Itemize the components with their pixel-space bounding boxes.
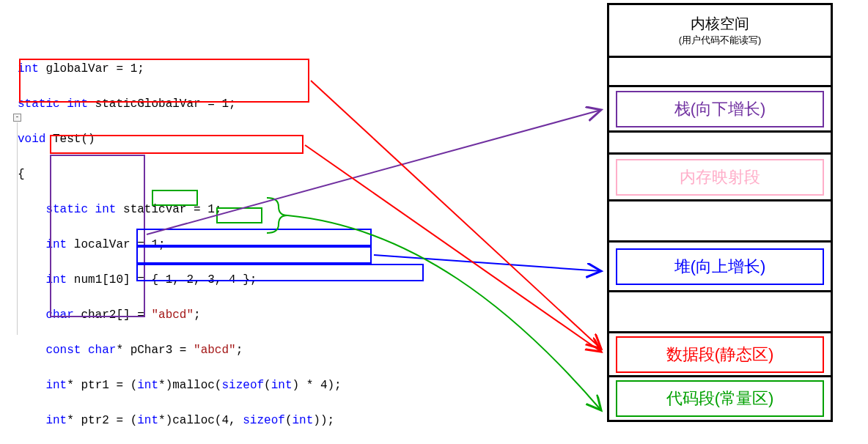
mem-heap-label: 堆(向上增长) <box>616 248 824 285</box>
mem-gap <box>609 201 831 243</box>
code-text: globalVar = 1; <box>39 62 144 75</box>
code-text: * ptr1 = ( <box>67 379 137 392</box>
code-kw: void <box>18 133 45 146</box>
mem-gap <box>609 292 831 333</box>
code-kw: char <box>45 308 73 322</box>
mem-stack: 栈(向下增长) <box>609 87 831 133</box>
code-text: )); <box>313 414 334 427</box>
code-kw: sizeof <box>243 414 285 427</box>
code-kw: int <box>292 414 313 427</box>
code-text: char2[] = <box>74 308 152 322</box>
code-text: num1[10] = { 1, 2, 3, 4 }; <box>67 273 257 286</box>
mem-heap: 堆(向上增长) <box>609 243 831 292</box>
code-text: ; <box>236 344 243 357</box>
code-text: staticVar = 1; <box>116 203 221 216</box>
code-text: { <box>18 168 25 181</box>
code-str: "abcd" <box>151 308 194 322</box>
code-text: * ptr2 = ( <box>67 414 137 427</box>
code-kw: int <box>271 379 293 392</box>
code-text: ) * 4); <box>293 379 342 392</box>
arrow-heap <box>374 255 601 271</box>
mem-stack-label: 栈(向下增长) <box>616 91 824 127</box>
code-text: * pChar3 = <box>116 344 194 357</box>
code-kw: int <box>45 379 67 392</box>
code-block: int globalVar = 1; static int staticGlob… <box>18 42 391 444</box>
code-kw: int <box>45 414 67 427</box>
code-text: ( <box>264 379 271 392</box>
code-str: "abcd" <box>194 344 236 357</box>
code-text: staticGlobalVar = 1; <box>88 97 236 111</box>
code-kw: int <box>137 379 158 392</box>
code-text: ; <box>194 308 201 322</box>
mem-code: 代码段(常量区) <box>609 377 831 420</box>
code-kw: int <box>45 238 67 251</box>
mem-data-label: 数据段(静态区) <box>616 336 824 373</box>
kernel-sub: (用户代码不能读写) <box>679 34 762 47</box>
mem-gap <box>609 58 831 87</box>
mem-code-label: 代码段(常量区) <box>616 380 824 417</box>
mem-gap <box>609 133 831 155</box>
code-kw: const char <box>45 344 116 357</box>
code-text: *)malloc( <box>158 379 221 392</box>
code-kw: int <box>137 414 158 427</box>
code-kw: sizeof <box>221 379 264 392</box>
mem-kernel: 内核空间 (用户代码不能读写) <box>609 5 831 58</box>
code-text: *)calloc(4, <box>158 414 243 427</box>
kernel-title: 内核空间 <box>691 14 749 34</box>
code-text: localVar = 1; <box>67 238 165 251</box>
code-kw: static int <box>45 203 116 216</box>
memory-layout: 内核空间 (用户代码不能读写) 栈(向下增长) 内存映射段 堆(向上增长) 数据… <box>607 3 833 422</box>
code-fn: Test() <box>45 133 95 146</box>
mem-data: 数据段(静态区) <box>609 333 831 377</box>
mem-mmap: 内存映射段 <box>609 155 831 201</box>
code-kw: static int <box>18 97 88 111</box>
code-kw: int <box>18 62 39 75</box>
code-kw: int <box>45 273 67 286</box>
mem-mmap-label: 内存映射段 <box>616 159 824 196</box>
